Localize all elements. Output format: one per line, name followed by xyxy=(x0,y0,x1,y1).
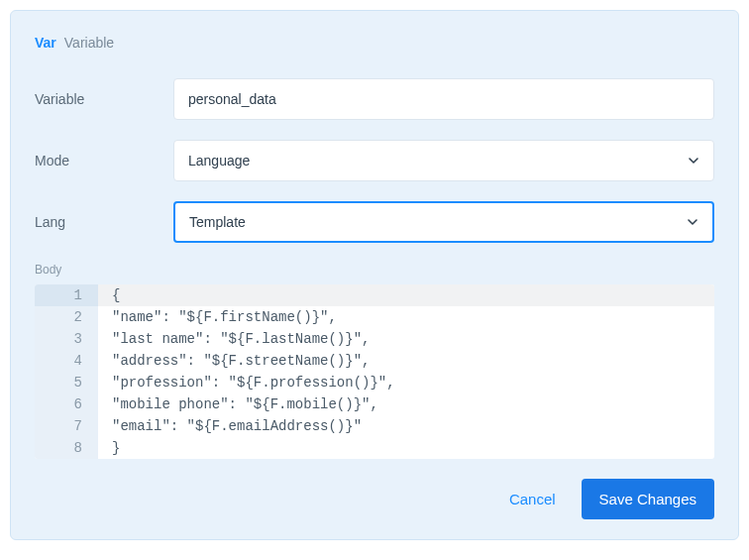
lang-value: Template xyxy=(189,214,679,230)
code-line-row: 8 } xyxy=(35,437,714,459)
code-line-row: 6 "mobile phone": "${F.mobile()}", xyxy=(35,393,714,415)
mode-value: Language xyxy=(188,153,680,168)
mode-label: Mode xyxy=(35,153,173,168)
lang-row: Lang Template xyxy=(35,201,714,243)
code-line-row: 7 "email": "${F.emailAddress()}" xyxy=(35,415,714,437)
mode-row: Mode Language xyxy=(35,140,714,181)
panel-header: Var Variable xyxy=(35,35,714,51)
cancel-button[interactable]: Cancel xyxy=(503,481,562,517)
lang-select[interactable]: Template xyxy=(173,201,714,243)
code-content: { xyxy=(98,284,714,306)
tag-subtitle: Variable xyxy=(64,35,114,51)
line-number: 2 xyxy=(35,306,98,328)
variable-label: Variable xyxy=(35,91,173,107)
code-content: "last name": "${F.lastName()}", xyxy=(98,328,714,350)
variable-input[interactable]: personal_data xyxy=(173,78,714,120)
line-number: 1 xyxy=(35,284,98,306)
code-line-row: 2 "name": "${F.firstName()}", xyxy=(35,306,714,328)
code-content: "profession": "${F.profession()}", xyxy=(98,372,714,393)
code-content: "name": "${F.firstName()}", xyxy=(98,306,714,328)
variable-config-panel: Var Variable Variable personal_data Mode… xyxy=(10,10,739,540)
save-button[interactable]: Save Changes xyxy=(582,479,714,519)
variable-value: personal_data xyxy=(188,91,699,107)
code-content: "email": "${F.emailAddress()}" xyxy=(98,415,714,437)
footer-actions: Cancel Save Changes xyxy=(35,479,714,519)
mode-select[interactable]: Language xyxy=(173,140,714,181)
chevron-down-icon xyxy=(688,155,699,167)
code-line-row: 4 "address": "${F.streetName()}", xyxy=(35,350,714,372)
body-label: Body xyxy=(35,263,714,277)
code-content: "mobile phone": "${F.mobile()}", xyxy=(98,393,714,415)
code-line-row: 1 { xyxy=(35,284,714,306)
body-code-editor[interactable]: 1 { 2 "name": "${F.firstName()}", 3 "las… xyxy=(35,284,714,459)
line-number: 8 xyxy=(35,437,98,459)
line-number: 6 xyxy=(35,393,98,415)
line-number: 3 xyxy=(35,328,98,350)
variable-row: Variable personal_data xyxy=(35,78,714,120)
chevron-down-icon xyxy=(687,216,698,228)
line-number: 7 xyxy=(35,415,98,437)
tag-type-label: Var xyxy=(35,35,56,51)
code-line-row: 3 "last name": "${F.lastName()}", xyxy=(35,328,714,350)
line-number: 4 xyxy=(35,350,98,372)
line-number: 5 xyxy=(35,372,98,393)
lang-label: Lang xyxy=(35,214,173,230)
code-line-row: 5 "profession": "${F.profession()}", xyxy=(35,372,714,393)
code-content: } xyxy=(98,437,714,459)
code-content: "address": "${F.streetName()}", xyxy=(98,350,714,372)
